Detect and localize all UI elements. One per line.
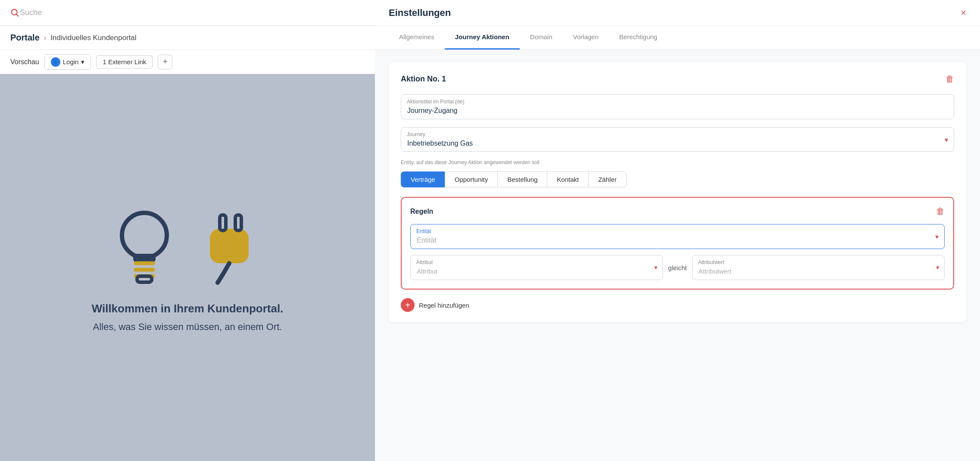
attr-row: Attribut Attribut ▾ gleicht Attributwert… [410,255,945,280]
add-regel-button[interactable]: + [401,298,415,312]
gleicht-label: gleicht [668,264,687,271]
tab-vorlagen[interactable]: Vorlagen [563,25,609,50]
close-button[interactable]: × [961,8,966,18]
entitaet-placeholder: Entität [417,237,436,244]
entity-tab-kontakt[interactable]: Kontakt [547,171,588,187]
delete-action-button[interactable]: 🗑 [946,74,954,84]
login-label: Login [63,58,79,65]
regeln-box: Regeln 🗑 Entität Entität ▾ Attribut [401,197,954,290]
search-icon [10,8,20,18]
search-placeholder[interactable]: Suche [20,8,42,17]
entitaet-label: Entität [416,228,431,234]
attribut-field-group: Attribut Attribut ▾ [410,255,663,280]
svg-point-2 [122,213,167,258]
close-icon: × [961,7,966,18]
attributwert-value: Attributwert [692,255,945,280]
right-content: Aktion No. 1 🗑 Aktionstitel im Portal (d… [375,50,980,461]
journey-select[interactable]: Inbetriebsetzung Gas [401,127,954,152]
left-panel: Suche Portale › Individuelles Kundenport… [0,0,375,461]
svg-point-0 [12,9,17,15]
svg-rect-9 [220,215,226,230]
action-title: Aktion No. 1 [401,75,446,84]
preview-bar: Vorschau 👤 Login ▾ 1 Externer Link + [0,50,375,74]
preview-content: Willkommen in Ihrem Kundenportal. Alles,… [0,74,375,461]
welcome-line1: Willkommen in Ihrem Kundenportal. [92,302,284,315]
svg-rect-8 [210,229,249,263]
entitaet-field-group: Entität Entität ▾ [410,224,945,249]
entity-label: Entity, auf das diese Journey Aktion ang… [401,159,954,165]
chevron-down-icon: ▾ [654,264,658,271]
ext-link-label: 1 Externer Link [103,58,146,65]
breadcrumb-root[interactable]: Portale [10,33,40,43]
attributwert-label: Attributwert [698,259,724,265]
breadcrumb-child: Individuelles Kundenportal [50,34,136,42]
regeln-title: Regeln [410,208,433,215]
settings-title: Einstellungen [389,7,451,19]
chevron-down-icon: ▾ [936,264,939,271]
aktions-field-group: Aktionstitel im Portal (de) [401,94,954,119]
welcome-line2: Alles, was Sie wissen müssen, an einem O… [92,321,284,333]
tabs-bar: Allgemeines Journey Aktionen Domain Vorl… [375,26,980,50]
avatar-icon: 👤 [51,57,60,67]
regeln-header: Regeln 🗑 [410,206,945,216]
ext-link-button[interactable]: 1 Externer Link [96,55,153,69]
attributwert-placeholder: Attributwert [699,268,731,275]
aktions-label: Aktionstitel im Portal (de) [407,99,464,105]
attribut-placeholder: Attribut [417,268,437,275]
svg-line-1 [16,14,19,16]
svg-rect-10 [235,215,241,230]
entity-tab-vertraege[interactable]: Verträge [401,171,445,187]
preview-text: Willkommen in Ihrem Kundenportal. Alles,… [92,302,284,333]
regel-add-row: + Regel hinzufügen [401,298,954,312]
journey-label: Journey [407,131,425,137]
chevron-down-icon: ▾ [935,233,939,241]
entity-tab-bestellung[interactable]: Bestellung [497,171,547,187]
settings-header: Einstellungen × [375,0,980,26]
chevron-right-icon: › [44,34,46,42]
tab-berechtigu[interactable]: Berechtigung [609,25,668,50]
add-regel-label: Regel hinzufügen [419,302,469,309]
entity-tabs: Verträge Opportunity Bestellung Kontakt … [401,171,954,187]
svg-rect-7 [137,276,152,282]
delete-regeln-button[interactable]: 🗑 [936,206,945,216]
plus-icon: + [163,57,168,66]
breadcrumb: Portale › Individuelles Kundenportal [0,26,375,50]
lightbulb-icon [110,203,179,289]
icons-row [110,203,265,289]
attribut-value: Attribut [410,255,663,280]
attributwert-field-group: Attributwert Attributwert ▾ [692,255,945,280]
tab-domain[interactable]: Domain [520,25,563,50]
journey-field-group: Journey Inbetriebsetzung Gas ▾ [401,127,954,152]
search-bar: Suche [0,0,375,26]
login-button[interactable]: 👤 Login ▾ [44,54,91,70]
add-button[interactable]: + [158,55,172,69]
entitaet-value: Entität [410,224,945,249]
entity-tab-opportunity[interactable]: Opportunity [445,171,498,187]
chevron-down-icon: ▾ [81,58,84,66]
tab-allgemeines[interactable]: Allgemeines [389,25,445,50]
entity-tab-zaehler[interactable]: Zähler [588,171,627,187]
attribut-label: Attribut [416,259,433,265]
right-panel: Einstellungen × Allgemeines Journey Akti… [375,0,980,461]
aktions-input[interactable] [401,94,954,119]
action-card: Aktion No. 1 🗑 Aktionstitel im Portal (d… [389,62,966,322]
plug-icon [196,203,265,289]
preview-label: Vorschau [10,58,39,66]
action-header: Aktion No. 1 🗑 [401,74,954,84]
tab-journey-aktionen[interactable]: Journey Aktionen [445,25,520,50]
